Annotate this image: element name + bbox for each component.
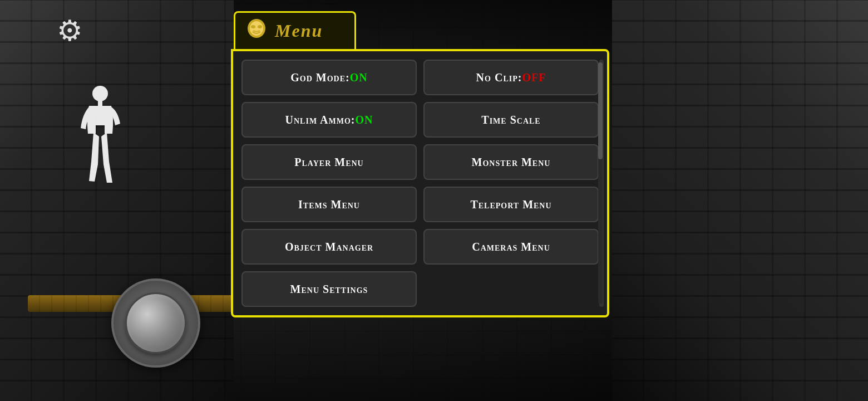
no-clip-label: No Clip:: [476, 71, 522, 84]
object-manager-button[interactable]: Object Manager: [241, 229, 417, 265]
svg-point-4: [251, 25, 255, 28]
menu-container: Menu God Mode:ON No Clip:OFF Unlim Ammo:…: [231, 11, 609, 317]
items-menu-button[interactable]: Items Menu: [241, 187, 417, 222]
time-scale-label: Time Scale: [481, 114, 540, 126]
scrollbar-thumb: [598, 62, 603, 159]
object-manager-label: Object Manager: [285, 241, 373, 253]
menu-settings-label: Menu Settings: [290, 283, 368, 295]
mask-icon: [246, 18, 267, 43]
monster-menu-label: Monster Menu: [472, 156, 551, 168]
joystick-stick: [125, 292, 186, 354]
menu-settings-button[interactable]: Menu Settings: [241, 271, 417, 307]
god-mode-status: ON: [350, 71, 368, 84]
god-mode-label: God Mode:: [290, 71, 349, 84]
joystick-base[interactable]: [111, 278, 200, 368]
no-clip-status: OFF: [522, 71, 546, 84]
svg-rect-1: [98, 100, 102, 106]
cameras-menu-button[interactable]: Cameras Menu: [423, 229, 599, 265]
teleport-menu-button[interactable]: Teleport Menu: [423, 187, 599, 222]
unlim-ammo-button[interactable]: Unlim Ammo:ON: [241, 102, 417, 138]
cameras-menu-label: Cameras Menu: [472, 241, 550, 253]
unlim-ammo-status: ON: [355, 114, 373, 126]
player-menu-label: Player Menu: [294, 156, 363, 168]
menu-title: Menu: [275, 21, 323, 41]
god-mode-button[interactable]: God Mode:ON: [241, 60, 417, 95]
menu-title-bar: Menu: [234, 11, 356, 49]
svg-point-0: [92, 86, 108, 101]
gear-icon[interactable]: ⚙: [50, 11, 89, 50]
items-menu-label: Items Menu: [298, 198, 360, 211]
wall-right: [612, 0, 868, 401]
monster-menu-button[interactable]: Monster Menu: [423, 144, 599, 180]
human-figure: [78, 84, 122, 195]
no-clip-button[interactable]: No Clip:OFF: [423, 60, 599, 95]
player-menu-button[interactable]: Player Menu: [241, 144, 417, 180]
scrollbar[interactable]: [598, 62, 603, 304]
time-scale-button[interactable]: Time Scale: [423, 102, 599, 138]
svg-point-5: [258, 25, 262, 28]
teleport-menu-label: Teleport Menu: [470, 198, 551, 211]
unlim-ammo-label: Unlim Ammo:: [285, 114, 356, 126]
menu-panel: God Mode:ON No Clip:OFF Unlim Ammo:ON Ti…: [231, 49, 609, 317]
